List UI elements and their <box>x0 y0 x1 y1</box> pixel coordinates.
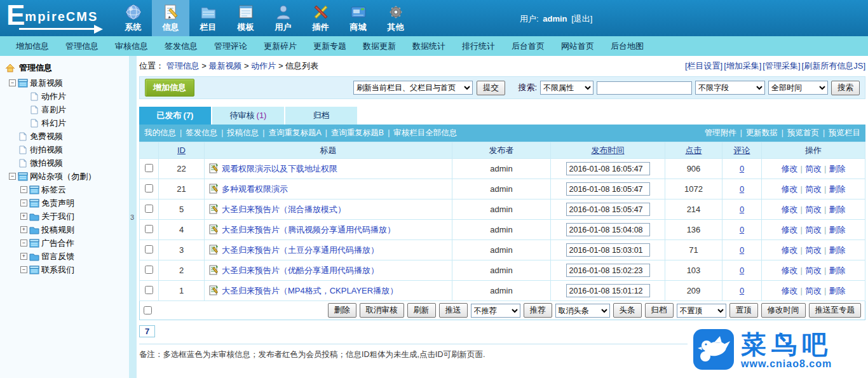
time-sort-link[interactable]: 发布时间 <box>592 145 625 155</box>
top-menu-item[interactable]: 栏目 <box>189 0 227 36</box>
refresh-scope-select[interactable]: 刷新当前栏目、父栏目与首页 <box>353 81 473 95</box>
search-button[interactable]: 搜索 <box>831 81 860 95</box>
row-id[interactable]: 4 <box>159 220 205 240</box>
row-checkbox[interactable] <box>145 266 153 274</box>
tree-toggle-plus[interactable]: + <box>20 226 27 233</box>
row-action-link[interactable]: 简改 <box>805 184 822 194</box>
batch-button[interactable]: 归档 <box>645 303 674 318</box>
row-action-link[interactable]: 删除 <box>829 164 845 173</box>
row-action-link[interactable]: 简改 <box>805 164 822 173</box>
row-title-link[interactable]: 大圣归来预告片（MP4格式，CKPLAYER播放） <box>222 286 398 295</box>
row-action-link[interactable]: 简改 <box>805 245 822 255</box>
tree-toggle-minus[interactable]: − <box>20 199 27 206</box>
nav-link[interactable]: 数据更新 <box>355 41 404 52</box>
batch-button[interactable]: 刷新 <box>407 303 436 318</box>
row-title-link[interactable]: 大圣归来预告片（混合播放模式） <box>222 205 346 214</box>
row-action-link[interactable]: 修改 <box>782 225 798 234</box>
nav-link[interactable]: 后台首页 <box>503 41 553 52</box>
add-info-button[interactable]: 增加信息 <box>145 79 194 97</box>
tree-item-label[interactable]: 投稿规则 <box>41 224 74 236</box>
batch-select[interactable]: 取消头条 <box>555 304 610 318</box>
row-checkbox[interactable] <box>145 225 153 233</box>
row-comments-link[interactable]: 0 <box>740 245 744 255</box>
tree-item-label[interactable]: 联系我们 <box>41 264 74 276</box>
link-bar-link[interactable]: 我的信息 <box>144 128 176 137</box>
batch-button[interactable]: 置顶 <box>729 303 758 318</box>
tree-toggle-minus[interactable]: − <box>9 79 16 86</box>
clicks-sort-link[interactable]: 点击 <box>686 145 702 155</box>
row-action-link[interactable]: 删除 <box>829 266 845 275</box>
row-checkbox[interactable] <box>145 184 153 192</box>
row-action-link[interactable]: 删除 <box>829 205 845 214</box>
tree-item-label[interactable]: 最新视频 <box>30 78 63 89</box>
row-time-input[interactable] <box>566 264 650 277</box>
search-attr-select[interactable]: 不限属性 <box>540 81 593 95</box>
top-menu-item[interactable]: 信息 <box>152 0 189 36</box>
row-id[interactable]: 21 <box>159 179 205 199</box>
top-menu-item[interactable]: 其他 <box>377 0 414 36</box>
row-time-input[interactable] <box>566 243 650 257</box>
tree-toggle-minus[interactable]: − <box>20 240 27 246</box>
tree-item-label[interactable]: 网站杂项（勿删） <box>30 171 96 182</box>
row-action-link[interactable]: 简改 <box>805 225 822 234</box>
row-action-link[interactable]: 删除 <box>829 286 845 295</box>
nav-link[interactable]: 管理信息 <box>57 41 107 52</box>
tree-item-label[interactable]: 广告合作 <box>41 238 74 249</box>
row-title-link[interactable]: 观看权限演示以及下载地址权限 <box>222 164 337 173</box>
nav-link[interactable]: 增加信息 <box>8 41 57 52</box>
quick-link[interactable]: [刷新所有信息JS] <box>802 61 865 71</box>
row-time-input[interactable] <box>566 162 650 175</box>
row-title-link[interactable]: 大圣归来预告片（优酷分享通用代码播放） <box>222 266 379 275</box>
row-id[interactable]: 1 <box>159 281 205 301</box>
top-menu-item[interactable]: 系统 <box>114 0 152 36</box>
row-comments-link[interactable]: 0 <box>740 184 744 194</box>
tree-toggle-minus[interactable]: − <box>20 266 27 273</box>
breadcrumb-link[interactable]: 最新视频 <box>208 61 241 71</box>
tree-item-label[interactable]: 街拍视频 <box>30 144 63 156</box>
row-time-input[interactable] <box>566 182 650 196</box>
link-bar-link[interactable]: 投稿信息 <box>227 128 259 137</box>
logout-link[interactable]: [退出] <box>571 14 592 24</box>
nav-link[interactable]: 更新碎片 <box>255 41 305 52</box>
row-comments-link[interactable]: 0 <box>740 164 744 173</box>
row-time-input[interactable] <box>566 284 650 297</box>
nav-link[interactable]: 后台地图 <box>602 41 652 52</box>
tab-active[interactable]: 已发布(7) <box>139 107 211 125</box>
row-comments-link[interactable]: 0 <box>740 266 744 275</box>
link-bar-link[interactable]: 预览栏目 <box>829 128 860 137</box>
nav-link[interactable]: 签发信息 <box>156 41 206 52</box>
batch-select[interactable]: 不置顶 <box>677 304 726 318</box>
nav-link[interactable]: 更新专题 <box>305 41 355 52</box>
tree-item-label[interactable]: 免费视频 <box>30 131 63 142</box>
nav-link[interactable]: 排行统计 <box>454 41 503 52</box>
row-comments-link[interactable]: 0 <box>740 225 744 234</box>
batch-button[interactable]: 删除 <box>328 303 356 318</box>
quick-link[interactable]: [栏目设置] <box>685 61 722 71</box>
tree-item-label[interactable]: 标签云 <box>41 184 66 196</box>
row-action-link[interactable]: 删除 <box>829 245 845 255</box>
link-bar-link[interactable]: 签发信息 <box>186 128 217 137</box>
row-action-link[interactable]: 简改 <box>805 205 822 214</box>
top-menu-item[interactable]: 商城 <box>339 0 377 36</box>
row-checkbox[interactable] <box>145 164 153 172</box>
submit-button[interactable]: 提交 <box>477 81 505 95</box>
row-time-input[interactable] <box>566 203 650 216</box>
batch-button[interactable]: 推荐 <box>524 303 552 318</box>
row-id[interactable]: 5 <box>159 199 205 220</box>
nav-link[interactable]: 管理评论 <box>206 41 255 52</box>
tree-item-label[interactable]: 动作片 <box>41 91 66 102</box>
search-input[interactable] <box>597 81 692 95</box>
tree-item-label[interactable]: 科幻片 <box>41 118 66 129</box>
nav-link[interactable]: 数据统计 <box>404 41 454 52</box>
row-action-link[interactable]: 删除 <box>829 225 845 234</box>
link-bar-link[interactable]: 查询重复标题B <box>331 128 384 137</box>
row-action-link[interactable]: 简改 <box>805 266 822 275</box>
batch-button[interactable]: 推送 <box>439 303 468 318</box>
row-title-link[interactable]: 大圣归来预告片（腾讯视频分享通用代码播放） <box>222 225 395 234</box>
row-time-input[interactable] <box>566 223 650 236</box>
top-menu-item[interactable]: 模板 <box>227 0 264 36</box>
batch-button[interactable]: 头条 <box>613 303 642 318</box>
batch-button[interactable]: 修改时间 <box>761 303 806 318</box>
row-action-link[interactable]: 修改 <box>782 245 798 255</box>
breadcrumb-link[interactable]: 动作片 <box>251 61 276 71</box>
